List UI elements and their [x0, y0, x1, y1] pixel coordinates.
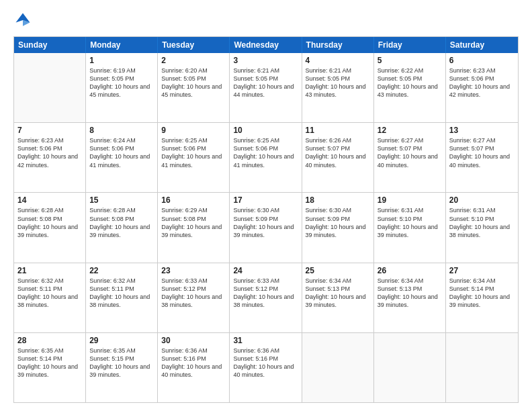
empty-cell — [302, 333, 374, 402]
day-number: 9 — [161, 126, 226, 135]
page: SundayMondayTuesdayWednesdayThursdayFrid… — [0, 0, 532, 411]
day-number: 19 — [378, 195, 442, 205]
day-number: 3 — [233, 56, 298, 65]
header-day-saturday: Saturday — [446, 37, 518, 53]
day-info: Sunrise: 6:23 AMSunset: 5:06 PMDaylight:… — [17, 136, 82, 169]
day-info: Sunrise: 6:30 AMSunset: 5:09 PMDaylight:… — [306, 206, 370, 239]
day-info: Sunrise: 6:34 AMSunset: 5:13 PMDaylight:… — [306, 277, 370, 310]
day-number: 18 — [306, 195, 370, 205]
day-info: Sunrise: 6:21 AMSunset: 5:05 PMDaylight:… — [233, 66, 298, 99]
day-info: Sunrise: 6:34 AMSunset: 5:13 PMDaylight:… — [378, 277, 442, 310]
day-number: 8 — [89, 126, 154, 135]
day-cell-25: 25Sunrise: 6:34 AMSunset: 5:13 PMDayligh… — [302, 263, 374, 332]
day-cell-13: 13Sunrise: 6:27 AMSunset: 5:07 PMDayligh… — [446, 123, 518, 192]
day-info: Sunrise: 6:33 AMSunset: 5:12 PMDaylight:… — [161, 277, 226, 310]
empty-cell — [14, 53, 86, 122]
day-number: 5 — [378, 56, 442, 65]
day-number: 16 — [161, 195, 226, 205]
calendar-row-4: 21Sunrise: 6:32 AMSunset: 5:11 PMDayligh… — [14, 263, 518, 332]
day-cell-16: 16Sunrise: 6:29 AMSunset: 5:08 PMDayligh… — [158, 193, 230, 262]
day-info: Sunrise: 6:36 AMSunset: 5:16 PMDaylight:… — [161, 347, 226, 379]
day-number: 14 — [17, 195, 82, 205]
day-cell-3: 3Sunrise: 6:21 AMSunset: 5:05 PMDaylight… — [230, 53, 302, 122]
day-cell-8: 8Sunrise: 6:24 AMSunset: 5:06 PMDaylight… — [86, 123, 158, 192]
day-cell-20: 20Sunrise: 6:31 AMSunset: 5:10 PMDayligh… — [446, 193, 518, 262]
day-info: Sunrise: 6:21 AMSunset: 5:05 PMDaylight:… — [306, 66, 370, 99]
day-number: 22 — [89, 266, 154, 275]
day-cell-19: 19Sunrise: 6:31 AMSunset: 5:10 PMDayligh… — [374, 193, 446, 262]
day-number: 11 — [306, 126, 370, 135]
calendar-row-2: 7Sunrise: 6:23 AMSunset: 5:06 PMDaylight… — [14, 122, 518, 192]
day-info: Sunrise: 6:28 AMSunset: 5:08 PMDaylight:… — [89, 206, 154, 239]
day-info: Sunrise: 6:34 AMSunset: 5:14 PMDaylight:… — [449, 277, 515, 310]
day-cell-17: 17Sunrise: 6:30 AMSunset: 5:09 PMDayligh… — [230, 193, 302, 262]
day-number: 21 — [17, 266, 82, 275]
day-cell-18: 18Sunrise: 6:30 AMSunset: 5:09 PMDayligh… — [302, 193, 374, 262]
day-cell-11: 11Sunrise: 6:26 AMSunset: 5:07 PMDayligh… — [302, 123, 374, 192]
day-cell-9: 9Sunrise: 6:25 AMSunset: 5:06 PMDaylight… — [158, 123, 230, 192]
day-cell-22: 22Sunrise: 6:32 AMSunset: 5:11 PMDayligh… — [86, 263, 158, 332]
day-info: Sunrise: 6:27 AMSunset: 5:07 PMDaylight:… — [449, 136, 515, 169]
day-cell-26: 26Sunrise: 6:34 AMSunset: 5:13 PMDayligh… — [374, 263, 446, 332]
day-info: Sunrise: 6:25 AMSunset: 5:06 PMDaylight:… — [233, 136, 298, 169]
day-cell-14: 14Sunrise: 6:28 AMSunset: 5:08 PMDayligh… — [14, 193, 86, 262]
day-number: 1 — [89, 56, 154, 65]
header-day-thursday: Thursday — [302, 37, 374, 53]
logo-icon — [13, 11, 32, 30]
day-info: Sunrise: 6:29 AMSunset: 5:08 PMDaylight:… — [161, 206, 226, 239]
day-cell-27: 27Sunrise: 6:34 AMSunset: 5:14 PMDayligh… — [446, 263, 518, 332]
day-cell-21: 21Sunrise: 6:32 AMSunset: 5:11 PMDayligh… — [14, 263, 86, 332]
day-info: Sunrise: 6:30 AMSunset: 5:09 PMDaylight:… — [233, 206, 298, 239]
day-info: Sunrise: 6:31 AMSunset: 5:10 PMDaylight:… — [449, 206, 515, 239]
day-number: 20 — [449, 195, 515, 205]
day-number: 4 — [306, 56, 370, 65]
header-day-tuesday: Tuesday — [158, 37, 230, 53]
day-info: Sunrise: 6:35 AMSunset: 5:15 PMDaylight:… — [89, 347, 154, 379]
day-number: 29 — [89, 336, 154, 345]
header-day-friday: Friday — [374, 37, 446, 53]
empty-cell — [446, 333, 518, 402]
day-cell-23: 23Sunrise: 6:33 AMSunset: 5:12 PMDayligh… — [158, 263, 230, 332]
calendar-body: 1Sunrise: 6:19 AMSunset: 5:05 PMDaylight… — [14, 53, 518, 402]
day-info: Sunrise: 6:33 AMSunset: 5:12 PMDaylight:… — [233, 277, 298, 310]
calendar-row-3: 14Sunrise: 6:28 AMSunset: 5:08 PMDayligh… — [14, 192, 518, 262]
day-cell-7: 7Sunrise: 6:23 AMSunset: 5:06 PMDaylight… — [14, 123, 86, 192]
day-cell-12: 12Sunrise: 6:27 AMSunset: 5:07 PMDayligh… — [374, 123, 446, 192]
logo — [13, 11, 35, 30]
calendar: SundayMondayTuesdayWednesdayThursdayFrid… — [13, 36, 519, 403]
calendar-row-5: 28Sunrise: 6:35 AMSunset: 5:14 PMDayligh… — [14, 332, 518, 402]
day-cell-28: 28Sunrise: 6:35 AMSunset: 5:14 PMDayligh… — [14, 333, 86, 402]
day-cell-10: 10Sunrise: 6:25 AMSunset: 5:06 PMDayligh… — [230, 123, 302, 192]
day-info: Sunrise: 6:25 AMSunset: 5:06 PMDaylight:… — [161, 136, 226, 169]
day-number: 26 — [378, 266, 442, 275]
day-info: Sunrise: 6:36 AMSunset: 5:16 PMDaylight:… — [233, 347, 298, 379]
day-cell-15: 15Sunrise: 6:28 AMSunset: 5:08 PMDayligh… — [86, 193, 158, 262]
day-info: Sunrise: 6:24 AMSunset: 5:06 PMDaylight:… — [89, 136, 154, 169]
day-number: 27 — [449, 266, 515, 275]
day-cell-30: 30Sunrise: 6:36 AMSunset: 5:16 PMDayligh… — [158, 333, 230, 402]
day-cell-2: 2Sunrise: 6:20 AMSunset: 5:05 PMDaylight… — [158, 53, 230, 122]
day-info: Sunrise: 6:22 AMSunset: 5:05 PMDaylight:… — [378, 66, 442, 99]
day-number: 25 — [306, 266, 370, 275]
day-info: Sunrise: 6:32 AMSunset: 5:11 PMDaylight:… — [17, 277, 82, 310]
day-number: 6 — [449, 56, 515, 65]
day-number: 15 — [89, 195, 154, 205]
header-day-sunday: Sunday — [14, 37, 86, 53]
day-info: Sunrise: 6:27 AMSunset: 5:07 PMDaylight:… — [378, 136, 442, 169]
day-number: 30 — [161, 336, 226, 345]
day-info: Sunrise: 6:23 AMSunset: 5:06 PMDaylight:… — [449, 66, 515, 99]
day-cell-5: 5Sunrise: 6:22 AMSunset: 5:05 PMDaylight… — [374, 53, 446, 122]
day-cell-6: 6Sunrise: 6:23 AMSunset: 5:06 PMDaylight… — [446, 53, 518, 122]
day-cell-4: 4Sunrise: 6:21 AMSunset: 5:05 PMDaylight… — [302, 53, 374, 122]
day-number: 12 — [378, 126, 442, 135]
day-info: Sunrise: 6:26 AMSunset: 5:07 PMDaylight:… — [306, 136, 370, 169]
day-number: 24 — [233, 266, 298, 275]
day-info: Sunrise: 6:28 AMSunset: 5:08 PMDaylight:… — [17, 206, 82, 239]
day-number: 13 — [449, 126, 515, 135]
day-info: Sunrise: 6:32 AMSunset: 5:11 PMDaylight:… — [89, 277, 154, 310]
header-day-monday: Monday — [86, 37, 158, 53]
day-cell-31: 31Sunrise: 6:36 AMSunset: 5:16 PMDayligh… — [230, 333, 302, 402]
day-info: Sunrise: 6:31 AMSunset: 5:10 PMDaylight:… — [378, 206, 442, 239]
calendar-row-1: 1Sunrise: 6:19 AMSunset: 5:05 PMDaylight… — [14, 53, 518, 122]
empty-cell — [374, 333, 446, 402]
